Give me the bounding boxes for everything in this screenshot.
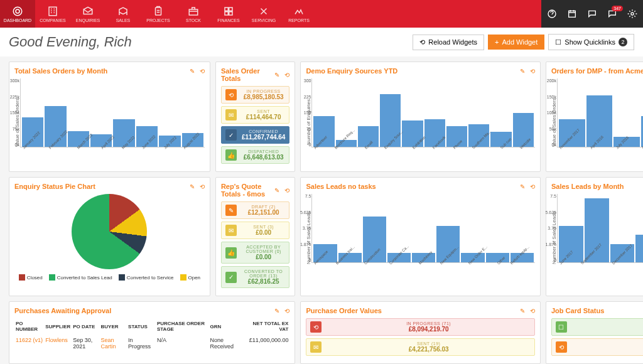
refresh-icon[interactable]: ⟲ xyxy=(200,183,205,190)
nav-projects[interactable]: PROJECTS xyxy=(141,0,176,28)
edit-icon[interactable]: ✎ xyxy=(274,308,279,314)
refresh-icon[interactable]: ⟲ xyxy=(530,68,535,75)
widget-total-sales-orders: Total Sales Orders by Month✎⟲ Value of S… xyxy=(9,62,210,172)
edit-icon[interactable]: ✎ xyxy=(274,187,279,194)
nav-finances[interactable]: FINANCES xyxy=(211,0,246,28)
notifications-icon[interactable]: 347 xyxy=(607,8,618,19)
help-icon[interactable] xyxy=(546,8,558,19)
nav-servicing[interactable]: SERVICING xyxy=(246,0,281,28)
refresh-icon[interactable]: ⟲ xyxy=(284,72,289,78)
refresh-icon[interactable]: ⟲ xyxy=(284,308,289,314)
svg-rect-2 xyxy=(49,7,57,16)
page-greeting: Good Evening, Rich xyxy=(9,34,409,50)
edit-icon[interactable]: ✎ xyxy=(274,72,279,78)
widget-sales-leads-no-tasks: Sales Leads no tasks✎⟲ Number of Sales L… xyxy=(300,177,541,296)
calendar-icon[interactable] xyxy=(566,8,578,19)
nav-sales[interactable]: SALES xyxy=(105,0,141,28)
svg-rect-3 xyxy=(156,8,161,15)
svg-point-1 xyxy=(16,9,19,13)
pie-legend: Closed Converted to Sales Lead Converted… xyxy=(19,274,200,281)
svg-rect-8 xyxy=(229,11,232,14)
status-in-progress[interactable]: ⟲IN PROGRESS£8,985,180.53 xyxy=(221,86,290,104)
widget-purchases-awaiting-approval: Purchases Awaiting Approval✎⟲ PO NUMBERS… xyxy=(9,301,295,364)
nav-enquiries[interactable]: ENQUIRIES xyxy=(70,0,105,28)
refresh-icon[interactable]: ⟲ xyxy=(530,183,535,190)
status-sent[interactable]: ✉SENT£114,464.70 xyxy=(221,106,290,124)
edit-icon[interactable]: ✎ xyxy=(190,183,195,190)
widget-purchase-order-values: Purchase Order Values✎⟲ ⟲IN PROGRESS (71… xyxy=(300,301,541,364)
refresh-icon[interactable]: ⟲ xyxy=(530,308,535,314)
table-row[interactable]: 11622 (v1) Flowlens Sep 30, 2021 Sean Ca… xyxy=(14,335,289,352)
widget-job-card-status: Job Card Status✎⟲ ☐OPEN62 ⟲IN PROGRESS16 xyxy=(546,301,643,364)
svg-rect-10 xyxy=(569,11,576,17)
notif-badge: 347 xyxy=(612,6,623,11)
widget-demo-enquiry-sources: Demo Enquiry Sources YTD✎⟲ Number of Enq… xyxy=(300,62,541,172)
settings-icon[interactable] xyxy=(627,8,638,19)
svg-point-0 xyxy=(13,7,22,16)
reload-widgets-button[interactable]: ⟲Reload Widgets xyxy=(413,35,484,50)
svg-rect-4 xyxy=(189,9,198,15)
nav-reports[interactable]: REPORTS xyxy=(281,0,316,28)
svg-rect-6 xyxy=(229,8,232,11)
nav-stock[interactable]: STOCK xyxy=(176,0,211,28)
nav-dashboard[interactable]: DASHBOARD xyxy=(0,0,35,28)
edit-icon[interactable]: ✎ xyxy=(520,68,525,75)
po-table: PO NUMBERSUPPLIERPO DATEBUYERSTATUSPURCH… xyxy=(14,318,289,352)
status-dispatched[interactable]: 👍DISPATCHED£6,648,613.03 xyxy=(221,146,290,164)
show-quicklinks-button[interactable]: ☐Show Quicklinks2 xyxy=(548,34,634,50)
status-confirmed[interactable]: ✓CONFIRMED£11,267,744.64 xyxy=(221,126,290,144)
widget-reps-quote-totals: Rep's Quote Totals - 6mos✎⟲ ✎DRAFT (2)£1… xyxy=(215,177,296,296)
widget-orders-dmp: Orders for DMP - from Acme✎⟲ Value of Sa… xyxy=(546,62,643,172)
widget-sales-leads-by-month: Sales Leads by Month✎⟲ Number of Sales L… xyxy=(546,177,643,296)
widget-sales-order-totals: Sales Order Totals✎⟲ ⟲IN PROGRESS£8,985,… xyxy=(215,62,296,172)
refresh-icon[interactable]: ⟲ xyxy=(200,68,205,75)
main-nav: DASHBOARD COMPANIES ENQUIRIES SALES PROJ… xyxy=(0,0,541,28)
edit-icon[interactable]: ✎ xyxy=(520,183,525,190)
pie-chart xyxy=(72,194,147,269)
nav-companies[interactable]: COMPANIES xyxy=(35,0,70,28)
svg-point-11 xyxy=(631,13,634,15)
add-widget-button[interactable]: +Add Widget xyxy=(488,35,544,50)
widget-enquiry-status-pie: Enquiry Status Pie Chart✎⟲ Closed Conver… xyxy=(9,177,210,296)
svg-rect-5 xyxy=(225,8,228,11)
edit-icon[interactable]: ✎ xyxy=(520,308,525,314)
refresh-icon[interactable]: ⟲ xyxy=(284,187,289,194)
edit-icon[interactable]: ✎ xyxy=(190,68,195,75)
chat-icon[interactable] xyxy=(586,8,598,19)
svg-rect-7 xyxy=(225,11,228,14)
